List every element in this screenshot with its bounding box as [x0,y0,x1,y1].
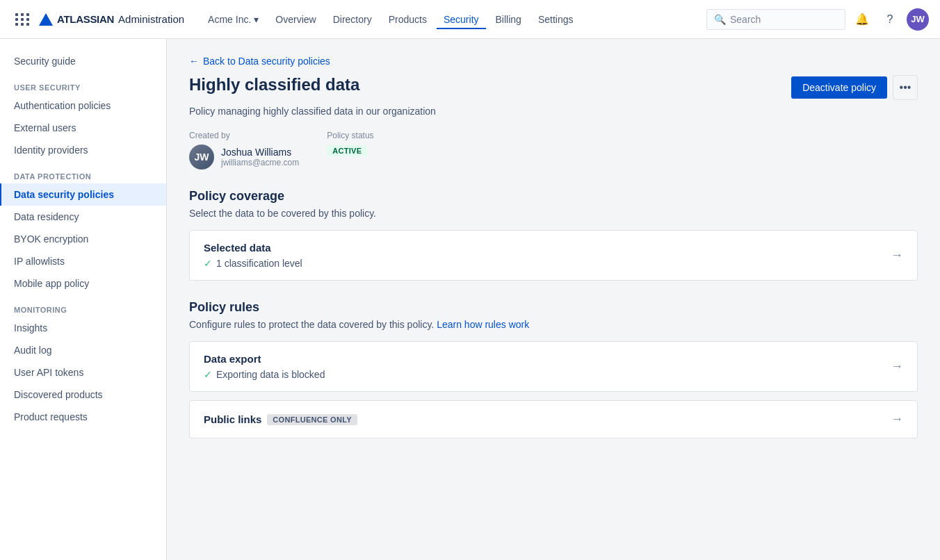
public-links-card-row[interactable]: Public links CONFLUENCE ONLY → [190,401,917,438]
learn-rules-link[interactable]: Learn how rules work [437,319,529,330]
sidebar-section-data-protection: DATA PROTECTION [0,161,166,183]
nav-link-security[interactable]: Security [437,10,486,29]
creator-details: Joshua Williams jwilliams@acme.com [221,147,299,167]
user-avatar[interactable]: JW [907,8,929,31]
sidebar-item-byok-encryption[interactable]: BYOK encryption [0,228,166,250]
policy-status-section: Policy status ACTIVE [327,131,373,170]
sidebar-item-product-requests[interactable]: Product requests [0,406,166,428]
grid-menu-icon[interactable] [11,8,33,31]
selected-data-check-text: 1 classification level [216,258,302,269]
public-links-title: Public links [204,413,261,425]
sidebar-item-audit-log[interactable]: Audit log [0,339,166,361]
sidebar-item-auth-policies[interactable]: Authentication policies [0,94,166,117]
page-description: Policy managing highly classified data i… [189,106,918,117]
topnav-right: 🔍 Search 🔔 ? JW [706,8,929,31]
notifications-icon[interactable]: 🔔 [851,8,873,31]
nav-link-products[interactable]: Products [382,10,434,29]
selected-data-card-row[interactable]: Selected data ✓ 1 classification level → [190,231,917,280]
policy-status-label: Policy status [327,131,373,140]
atlassian-triangle-icon [39,13,53,26]
page-header: Highly classified data Deactivate policy… [189,75,918,100]
data-export-arrow-icon: → [891,359,903,374]
sidebar-section-monitoring: MONITORING [0,295,166,317]
nav-link-settings[interactable]: Settings [531,10,581,29]
selected-data-content: Selected data ✓ 1 classification level [204,242,302,269]
org-selector[interactable]: Acme Inc. ▾ [201,10,266,29]
data-export-card-row[interactable]: Data export ✓ Exporting data is blocked … [190,342,917,391]
check-icon-export: ✓ [204,369,212,380]
sidebar-item-data-security-policies[interactable]: Data security policies [0,183,166,206]
sidebar-item-security-guide[interactable]: Security guide [0,50,166,72]
page-title: Highly classified data [189,75,359,94]
brand-name: ATLASSIAN [57,13,114,25]
sidebar-item-mobile-app-policy[interactable]: Mobile app policy [0,272,166,295]
sidebar-section-user-security: USER SECURITY [0,72,166,94]
top-navigation: ATLASSIAN Administration Acme Inc. ▾ Ove… [0,0,940,39]
status-badge: ACTIVE [327,145,367,156]
brand-sub: Administration [118,13,184,25]
nav-link-overview[interactable]: Overview [268,10,323,29]
meta-row: Created by JW Joshua Williams jwilliams@… [189,131,918,170]
back-link-text: Back to Data security policies [203,56,330,67]
data-export-check: ✓ Exporting data is blocked [204,369,325,380]
creator-avatar: JW [189,145,214,170]
sidebar: Security guide USER SECURITY Authenticat… [0,39,167,560]
selected-data-card: Selected data ✓ 1 classification level → [189,230,918,281]
more-options-icon: ••• [900,81,911,94]
coverage-section-desc: Select the data to be covered by this po… [189,208,918,219]
data-export-check-text: Exporting data is blocked [216,369,325,380]
deactivate-policy-button[interactable]: Deactivate policy [791,76,887,99]
rules-section-title: Policy rules [189,300,918,315]
policy-coverage-section: Policy coverage Select the data to be co… [189,189,918,281]
atlassian-logo[interactable]: ATLASSIAN Administration [39,13,184,26]
sidebar-item-discovered-products[interactable]: Discovered products [0,384,166,406]
created-by-label: Created by [189,131,299,140]
back-link[interactable]: ← Back to Data security policies [189,56,918,67]
confluence-only-badge: CONFLUENCE ONLY [267,414,357,425]
public-links-content: Public links CONFLUENCE ONLY [204,413,357,425]
search-box[interactable]: 🔍 Search [706,9,845,30]
creator-section: Created by JW Joshua Williams jwilliams@… [189,131,299,170]
sidebar-item-identity-providers[interactable]: Identity providers [0,139,166,161]
grid-dots [15,13,30,26]
public-links-arrow-icon: → [891,412,903,427]
creator-email: jwilliams@acme.com [221,158,299,167]
more-options-button[interactable]: ••• [893,75,918,100]
sidebar-item-ip-allowlists[interactable]: IP allowlists [0,250,166,272]
selected-data-title: Selected data [204,242,302,254]
sidebar-item-data-residency[interactable]: Data residency [0,206,166,228]
data-export-content: Data export ✓ Exporting data is blocked [204,353,325,380]
creator-name: Joshua Williams [221,147,299,158]
back-arrow-icon: ← [189,56,199,67]
rules-section-desc: Configure rules to protect the data cove… [189,319,918,330]
app-layout: Security guide USER SECURITY Authenticat… [0,39,940,560]
policy-rules-section: Policy rules Configure rules to protect … [189,300,918,438]
selected-data-check: ✓ 1 classification level [204,258,302,269]
sidebar-item-external-users[interactable]: External users [0,117,166,139]
nav-link-directory[interactable]: Directory [326,10,379,29]
check-icon: ✓ [204,258,212,269]
coverage-section-title: Policy coverage [189,189,918,204]
help-icon[interactable]: ? [879,8,901,31]
sidebar-item-insights[interactable]: Insights [0,317,166,339]
arrow-right-icon: → [891,248,903,263]
search-placeholder: Search [730,14,761,25]
public-links-title-row: Public links CONFLUENCE ONLY [204,413,357,425]
search-icon: 🔍 [714,14,726,25]
header-actions: Deactivate policy ••• [791,75,918,100]
main-navigation: Acme Inc. ▾ Overview Directory Products … [201,10,706,29]
data-export-card: Data export ✓ Exporting data is blocked … [189,341,918,392]
nav-link-billing[interactable]: Billing [489,10,528,29]
sidebar-item-user-api-tokens[interactable]: User API tokens [0,361,166,384]
creator-info: JW Joshua Williams jwilliams@acme.com [189,145,299,170]
data-export-title: Data export [204,353,325,365]
public-links-card: Public links CONFLUENCE ONLY → [189,400,918,438]
main-content: ← Back to Data security policies Highly … [167,39,940,560]
creator-avatar-initials: JW [189,145,214,170]
